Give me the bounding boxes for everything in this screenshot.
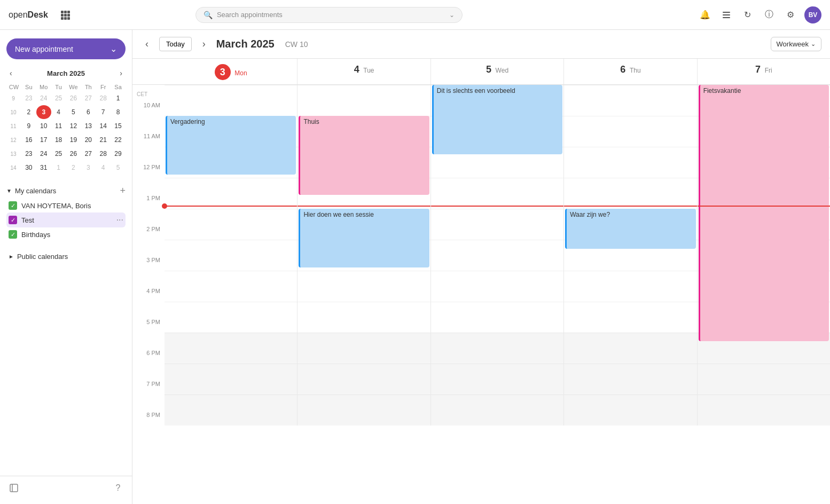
calendar-today-button[interactable]: Today xyxy=(159,37,192,51)
calendar-name: VAN HOYTEMA, Boris xyxy=(21,202,123,210)
calendar-month-title: March 2025 xyxy=(216,38,275,50)
search-bar[interactable]: 🔍 ⌄ xyxy=(195,7,463,23)
time-slot: 6 PM xyxy=(132,349,165,380)
day-column-4[interactable]: Fietsvakantie xyxy=(697,85,830,426)
search-dropdown-icon[interactable]: ⌄ xyxy=(449,11,455,19)
mini-cal-header: ‹ March 2025 › xyxy=(6,68,126,78)
calendar-item[interactable]: ✓VAN HOYTEMA, Boris xyxy=(6,199,126,212)
timezone-label[interactable]: CET xyxy=(135,89,147,97)
mini-cal-day-cell[interactable]: 30 xyxy=(21,161,36,175)
day-header-tue[interactable]: 4 Tue xyxy=(297,59,430,84)
mini-cal-day-cell[interactable]: 18 xyxy=(51,133,66,147)
calendar-event[interactable]: Vergadering xyxy=(166,116,296,175)
mini-cal-day-cell[interactable]: 21 xyxy=(96,133,111,147)
refresh-icon[interactable]: ↻ xyxy=(740,7,755,22)
search-input[interactable] xyxy=(217,11,445,19)
time-label: 10 AM xyxy=(144,102,160,108)
calendar-event[interactable]: Fietsvakantie xyxy=(699,85,829,341)
svg-rect-11 xyxy=(723,17,730,18)
calendar-more-icon[interactable]: ··· xyxy=(116,215,123,225)
mini-cal-day-cell[interactable]: 2 xyxy=(66,161,81,175)
day-header-mon[interactable]: 3 Mon xyxy=(165,59,297,84)
view-select[interactable]: Workweek ⌄ xyxy=(771,37,821,51)
my-calendars-section: ▼ My calendars + ✓VAN HOYTEMA, Boris✓Tes… xyxy=(0,179,132,246)
mini-cal-day-cell[interactable]: 3 xyxy=(36,105,51,119)
panel-toggle-icon[interactable] xyxy=(6,481,21,495)
mini-cal-day-cell[interactable]: 28 xyxy=(96,91,111,105)
days-columns: VergaderingThuisHier doen we een sessieD… xyxy=(165,85,830,426)
calendar-next-button[interactable]: › xyxy=(198,36,210,52)
mini-cal-day-cell[interactable]: 2 xyxy=(21,105,36,119)
mini-cal-day-cell[interactable]: 11 xyxy=(51,119,66,133)
mini-calendar: ‹ March 2025 › CW Su Mo Tu We Th Fr Sa xyxy=(0,64,132,179)
my-calendars-header[interactable]: ▼ My calendars + xyxy=(6,183,126,199)
mini-cal-day-cell[interactable]: 28 xyxy=(96,147,111,161)
week-body: CET 10 AM11 AM12 PM1 PM2 PM3 PM4 PM5 PM6… xyxy=(132,85,830,504)
mini-cal-day-cell[interactable]: 23 xyxy=(21,91,36,105)
mini-cal-day-cell[interactable]: 7 xyxy=(96,105,111,119)
mini-cal-day-cell[interactable]: 27 xyxy=(81,147,96,161)
mini-cal-day-cell[interactable]: 19 xyxy=(66,133,81,147)
mini-cal-day-cell[interactable]: 1 xyxy=(51,161,66,175)
mini-cal-prev-button[interactable]: ‹ xyxy=(6,68,15,78)
mini-cal-day-cell[interactable]: 22 xyxy=(111,133,126,147)
event-title: Hier doen we een sessie xyxy=(303,211,373,218)
mini-cal-day-cell[interactable]: 14 xyxy=(96,119,111,133)
day-column-2[interactable]: Dit is slechts een voorbeeld xyxy=(430,85,563,426)
mini-cal-day-cell[interactable]: 10 xyxy=(36,119,51,133)
mini-cal-next-button[interactable]: › xyxy=(116,68,126,78)
day-header-thu[interactable]: 6 Thu xyxy=(563,59,696,84)
mini-cal-day-cell[interactable]: 15 xyxy=(111,119,126,133)
mini-cal-day-cell[interactable]: 24 xyxy=(36,147,51,161)
calendar-event[interactable]: Waar zijn we? xyxy=(565,209,695,249)
topbar-right: 🔔 ↻ ⓘ ⚙ BV xyxy=(698,6,821,23)
mini-cal-day-cell[interactable]: 29 xyxy=(111,147,126,161)
mini-cal-day-cell[interactable]: 8 xyxy=(111,105,126,119)
topbar: openDesk 🔍 ⌄ 🔔 ↻ ⓘ ⚙ BV xyxy=(0,0,830,30)
day-header-wed[interactable]: 5 Wed xyxy=(430,59,563,84)
public-calendars-header[interactable]: ► Public calendars xyxy=(6,250,126,263)
calendar-event[interactable]: Thuis xyxy=(299,116,429,195)
notifications-icon[interactable]: 🔔 xyxy=(698,7,712,22)
day-column-3[interactable]: Waar zijn we? xyxy=(563,85,696,426)
mini-cal-day-cell[interactable]: 4 xyxy=(96,161,111,175)
mini-cal-day-cell[interactable]: 12 xyxy=(66,119,81,133)
mini-cal-day-cell[interactable]: 24 xyxy=(36,91,51,105)
mini-cal-day-cell[interactable]: 23 xyxy=(21,147,36,161)
mini-cal-day-cell[interactable]: 26 xyxy=(66,147,81,161)
add-calendar-icon[interactable]: + xyxy=(120,185,126,196)
calendar-item[interactable]: ✓Birthdays xyxy=(6,227,126,241)
calendar-event[interactable]: Hier doen we een sessie xyxy=(299,209,429,267)
new-appointment-button[interactable]: New appointment ⌄ xyxy=(6,38,126,59)
mini-cal-day-cell[interactable]: 4 xyxy=(51,105,66,119)
sidebar-help-icon[interactable]: ? xyxy=(111,481,126,495)
mini-cal-day-cell[interactable]: 20 xyxy=(81,133,96,147)
mini-cal-day-cell[interactable]: 17 xyxy=(36,133,51,147)
mini-cal-day-cell[interactable]: 16 xyxy=(21,133,36,147)
mini-cal-day-cell[interactable]: 9 xyxy=(21,119,36,133)
mini-cal-day-cell[interactable]: 1 xyxy=(111,91,126,105)
day-column-0[interactable]: Vergadering xyxy=(165,85,297,426)
mini-cal-day-cell[interactable]: 13 xyxy=(81,119,96,133)
mini-cal-day-cell[interactable]: 25 xyxy=(51,147,66,161)
calendar-checkbox: ✓ xyxy=(9,216,17,224)
list-icon[interactable] xyxy=(719,7,734,22)
mini-cal-day-cell[interactable]: 27 xyxy=(81,91,96,105)
grid-menu-icon[interactable] xyxy=(57,6,74,23)
calendar-prev-button[interactable]: ‹ xyxy=(141,36,153,52)
day-column-1[interactable]: ThuisHier doen we een sessie xyxy=(297,85,430,426)
mini-cal-day-cell[interactable]: 3 xyxy=(81,161,96,175)
mini-cal-day-cell[interactable]: 31 xyxy=(36,161,51,175)
mini-cal-day-cell[interactable]: 6 xyxy=(81,105,96,119)
mini-cal-day-cell[interactable]: 5 xyxy=(111,161,126,175)
day-name: Thu xyxy=(630,67,641,74)
avatar[interactable]: BV xyxy=(804,6,821,23)
mini-cal-day-cell[interactable]: 25 xyxy=(51,91,66,105)
settings-icon[interactable]: ⚙ xyxy=(783,7,798,22)
day-header-fri[interactable]: 7 Fri xyxy=(697,59,830,84)
mini-cal-day-cell[interactable]: 26 xyxy=(66,91,81,105)
mini-cal-day-cell[interactable]: 5 xyxy=(66,105,81,119)
calendar-item[interactable]: ✓Test··· xyxy=(6,212,126,227)
help-icon[interactable]: ⓘ xyxy=(762,7,777,22)
calendar-event[interactable]: Dit is slechts een voorbeeld xyxy=(432,85,562,154)
